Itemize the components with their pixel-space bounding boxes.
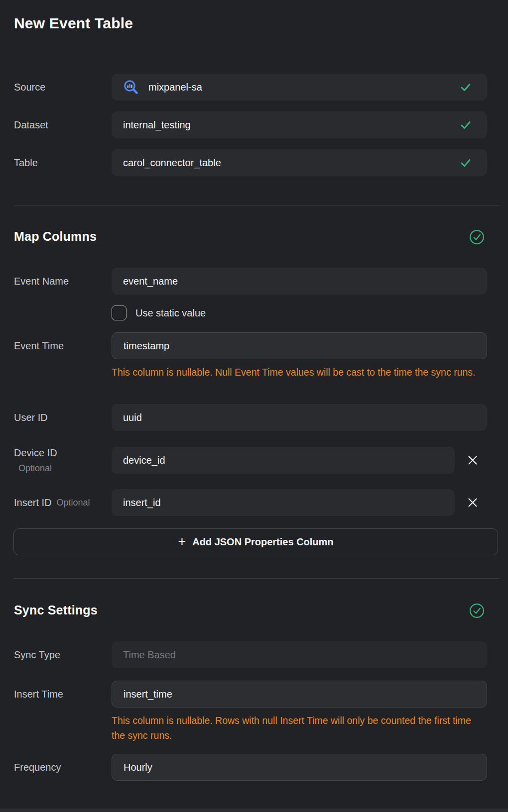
table-field[interactable]: carol_connector_table [112,149,487,176]
frequency-field[interactable]: Hourly [112,754,487,781]
map-columns-complete-icon [469,229,485,245]
frequency-label: Frequency [14,754,61,781]
insert-time-value: insert_time [124,689,172,700]
event-time-value: timestamp [124,340,169,352]
insert-id-value: insert_id [123,497,161,508]
sync-type-field: Time Based [112,641,487,668]
user-id-value: uuid [123,412,142,423]
insert-time-field[interactable]: insert_time [112,681,487,708]
page-title: New Event Table [14,15,133,32]
dataset-label: Dataset [14,111,48,138]
insert-id-label: Insert ID Optional [14,489,90,516]
device-id-remove-button[interactable] [467,454,479,466]
device-id-value: device_id [123,455,165,466]
source-value: mixpanel-sa [148,82,202,93]
event-time-label: Event Time [14,332,64,359]
source-valid-check-icon [459,81,472,94]
dataset-valid-check-icon [459,118,472,131]
user-id-field[interactable]: uuid [112,404,487,431]
bigquery-icon [123,79,139,96]
source-label: Source [14,74,45,101]
event-time-field[interactable]: timestamp [112,332,487,359]
device-id-label: Device ID Optional [14,447,57,474]
insert-id-field[interactable]: insert_id [112,489,455,516]
event-name-value: event_name [123,276,178,287]
plus-icon: + [178,535,186,548]
insert-time-nullable-warning: This column is nullable. Rows with null … [112,713,481,743]
event-name-field[interactable]: event_name [112,268,487,295]
insert-id-optional-tag: Optional [57,498,90,508]
user-id-label: User ID [14,404,48,431]
section-divider [13,578,500,579]
event-time-nullable-warning: This column is nullable. Null Event Time… [112,365,481,380]
table-label: Table [14,149,38,176]
footer-strip [0,809,508,812]
dataset-field[interactable]: internal_testing [112,111,487,138]
sync-settings-complete-icon [469,603,485,618]
dataset-value: internal_testing [123,119,191,131]
device-id-field[interactable]: device_id [112,447,455,474]
sync-settings-heading: Sync Settings [14,603,98,617]
source-field[interactable]: mixpanel-sa [112,74,487,101]
map-columns-heading: Map Columns [14,229,97,244]
event-name-label: Event Name [14,268,69,295]
device-id-optional-tag: Optional [18,463,57,474]
add-json-properties-column-button[interactable]: + Add JSON Properties Column [13,528,498,555]
insert-time-label: Insert Time [14,681,63,708]
table-valid-check-icon [459,156,472,169]
section-divider [13,205,500,205]
frequency-value: Hourly [124,762,152,773]
new-event-table-form: New Event Table Source mixpanel-sa Datas… [0,0,508,812]
table-value: carol_connector_table [123,157,221,169]
use-static-value-checkbox[interactable] [112,305,127,320]
insert-id-remove-button[interactable] [467,497,479,508]
use-static-value-label: Use static value [135,305,206,320]
sync-type-value: Time Based [123,649,176,661]
sync-type-label: Sync Type [14,641,60,668]
